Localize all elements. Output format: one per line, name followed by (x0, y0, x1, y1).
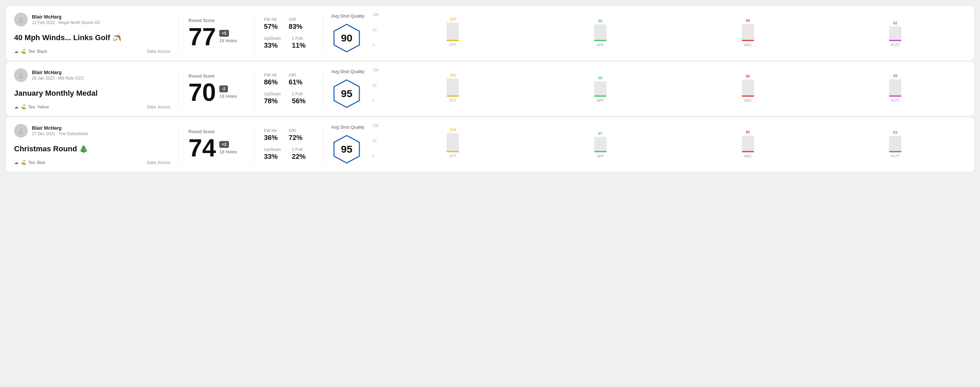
gir-label: GIR (289, 17, 302, 22)
y-axis: 100500 (373, 68, 379, 103)
oneputt-label: 1 Putt (292, 147, 305, 152)
round-title: 40 Mph Winds... Links Golf 🪃 (14, 33, 170, 42)
y-tick: 0 (373, 154, 379, 158)
fw-hit-label: FW Hit (264, 128, 278, 133)
avg-shot-quality-label: Avg Shot Quality (331, 69, 364, 74)
bar-col-arg: 96ARG (677, 74, 819, 103)
score-holes: 18 Holes (220, 94, 237, 99)
card-left-section: Blair McHarg29 Jan 2022 · Mill Ride GCCJ… (14, 68, 179, 109)
bar-value-label: 87 (598, 132, 602, 135)
tee-info: ☁⛳Tee: Blue (14, 160, 45, 165)
bar-col-ott: 101OTT (382, 73, 524, 103)
round-title: January Monthly Medal (14, 89, 170, 98)
bar-outer (594, 24, 606, 41)
bar-inner (594, 95, 606, 97)
hexagon-shape: 95 (331, 134, 362, 165)
y-tick: 0 (373, 43, 379, 47)
bar-col-ott: 107OTT (382, 17, 524, 47)
bar-value-label: 107 (450, 17, 456, 21)
updown-stat: Up/Down78% (264, 92, 281, 105)
score-section: Round Score74+218 Holes (179, 124, 255, 165)
bar-inner (742, 151, 754, 152)
data-source: Data: Arccos (147, 105, 170, 109)
oneputt-label: 1 Putt (292, 36, 305, 41)
bar-col-ott: 110OTT (382, 128, 524, 158)
bar-outer (447, 23, 459, 41)
fw-hit-value: 36% (264, 134, 278, 142)
bar-col-app: 86APP (530, 76, 671, 103)
oneputt-value: 11% (292, 41, 305, 49)
fw-hit-value: 57% (264, 23, 278, 30)
fw-hit-value: 86% (264, 78, 278, 86)
bar-inner (889, 95, 901, 97)
bar-col-putt: 93PUTT (824, 130, 966, 158)
bar-value-label: 98 (746, 19, 750, 23)
gir-value: 61% (289, 78, 302, 86)
oneputt-stat: 1 Putt56% (292, 92, 305, 105)
score-badge: -2 (220, 86, 228, 92)
avatar (14, 124, 28, 138)
updown-stat: Up/Down33% (264, 147, 281, 160)
stats-row-2: Up/Down33%1 Putt22% (264, 147, 313, 160)
updown-label: Up/Down (264, 92, 281, 97)
fw-hit-stat: FW Hit36% (264, 128, 278, 142)
bar-value-label: 82 (893, 21, 897, 25)
bar-value-label: 86 (598, 76, 602, 80)
bar-outer (742, 135, 754, 152)
score-main: 77+518 Holes (188, 24, 244, 49)
fw-hit-label: FW Hit (264, 17, 278, 22)
y-tick: 100 (373, 13, 379, 16)
bar-inner (447, 151, 459, 152)
score-badge: +2 (220, 141, 229, 148)
bar-chart: 100500101OTT86APP96ARG99PUTT (382, 68, 966, 109)
stats-section: FW Hit57%GIR83%Up/Down33%1 Putt11% (255, 13, 323, 54)
stats-row-2: Up/Down33%1 Putt11% (264, 36, 313, 49)
user-date: 12 Feb 2022 · Royal North Devon GC (32, 20, 100, 25)
svg-point-3 (19, 73, 22, 76)
bar-value-label: 95 (746, 130, 750, 134)
quality-section: Avg Shot Quality 95 100500101OTT86APP96A… (323, 68, 966, 109)
round-card-2: Blair McHarg29 Jan 2022 · Mill Ride GCCJ… (5, 61, 975, 117)
bar-label: APP (597, 99, 604, 103)
updown-label: Up/Down (264, 36, 281, 41)
bar-chart-wrapper: 100500107OTT95APP98ARG82PUTT (373, 13, 966, 54)
y-tick: 100 (373, 124, 379, 128)
score-label: Round Score (188, 129, 244, 134)
fw-hit-label: FW Hit (264, 73, 278, 78)
bar-value-label: 110 (450, 128, 456, 132)
bar-inner (447, 40, 459, 41)
updown-stat: Up/Down33% (264, 36, 281, 49)
score-holes: 18 Holes (220, 38, 237, 43)
user-date: 29 Jan 2022 · Mill Ride GCC (32, 76, 84, 81)
golf-bag-icon: ⛳ (21, 104, 26, 109)
bar-outer (594, 137, 606, 152)
user-info: Blair McHarg29 Jan 2022 · Mill Ride GCC (14, 68, 170, 82)
bar-inner (889, 40, 901, 41)
bar-chart-wrapper: 100500101OTT86APP96ARG99PUTT (373, 68, 966, 109)
bar-inner (447, 95, 459, 97)
bar-value-label: 96 (746, 74, 750, 78)
user-info: Blair McHarg12 Feb 2022 · Royal North De… (14, 13, 170, 26)
user-info: Blair McHarg27 Dec 2021 · The Oxfordshir… (14, 124, 170, 138)
bar-outer (889, 26, 901, 41)
bar-label: PUTT (891, 99, 900, 103)
gir-stat: GIR72% (289, 128, 302, 142)
quality-hex-wrapper: Avg Shot Quality 90 (331, 13, 364, 54)
quality-value: 90 (341, 32, 352, 44)
bar-chart-wrapper: 100500110OTT87APP95ARG93PUTT (373, 124, 966, 165)
svg-point-6 (19, 128, 22, 131)
oneputt-stat: 1 Putt11% (292, 36, 305, 49)
avatar (14, 13, 28, 26)
bar-label: ARG (744, 99, 752, 103)
y-tick: 0 (373, 99, 379, 103)
stats-row-1: FW Hit57%GIR83% (264, 17, 313, 30)
hexagon-shape: 90 (331, 23, 362, 54)
user-text: Blair McHarg27 Dec 2021 · The Oxfordshir… (32, 125, 88, 136)
score-section: Round Score70-218 Holes (179, 68, 255, 109)
score-meta: -218 Holes (220, 86, 237, 99)
avg-shot-quality-label: Avg Shot Quality (331, 125, 364, 130)
updown-value: 33% (264, 153, 281, 160)
updown-label: Up/Down (264, 147, 281, 152)
score-section: Round Score77+518 Holes (179, 13, 255, 54)
user-date: 27 Dec 2021 · The Oxfordshire (32, 132, 88, 136)
